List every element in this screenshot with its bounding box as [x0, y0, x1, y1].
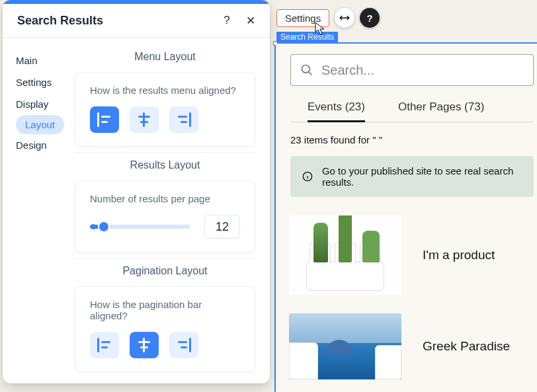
result-item[interactable]: Greek Paradise: [289, 313, 537, 379]
result-title: I'm a product: [423, 248, 495, 262]
results-tabs: Events (23) Other Pages (73): [289, 100, 537, 122]
results-layout-card: Number of results per page 12: [75, 180, 255, 253]
svg-line-1: [309, 72, 312, 75]
pagination-align-center-button[interactable]: [130, 332, 159, 358]
results-per-page-label: Number of results per page: [90, 193, 240, 204]
preview-notice-text: Go to your published site to see real se…: [322, 165, 522, 188]
panel-title: Search Results: [17, 14, 103, 28]
sidebar-item-settings[interactable]: Settings: [16, 71, 60, 93]
result-title: Greek Paradise: [423, 339, 510, 354]
panel-close-button[interactable]: ✕: [243, 13, 258, 28]
sidebar-item-design[interactable]: Design: [16, 134, 55, 156]
sidebar-item-layout[interactable]: Layout: [16, 115, 64, 134]
result-thumbnail: [289, 313, 401, 379]
results-layout-heading: Results Layout: [72, 153, 258, 180]
menu-layout-card: How is the results menu aligned?: [75, 72, 255, 147]
sidebar-item-main[interactable]: Main: [16, 50, 46, 71]
panel-header: Search Results ? ✕: [3, 4, 270, 38]
menu-layout-heading: Menu Layout: [72, 44, 258, 72]
help-icon[interactable]: ?: [360, 8, 380, 28]
results-per-page-value[interactable]: 12: [204, 215, 240, 239]
pagination-layout-heading: Pagination Layout: [72, 258, 258, 286]
info-icon: [302, 171, 313, 182]
settings-panel: Search Results ? ✕ Main Settings Display…: [3, 0, 270, 383]
result-thumbnail: [289, 216, 401, 295]
panel-sidebar: Main Settings Display Layout Design: [3, 38, 72, 383]
pagination-align-right-button[interactable]: [169, 332, 198, 358]
pagination-layout-card: How is the pagination bar aligned?: [75, 286, 255, 372]
stretch-icon[interactable]: [335, 8, 354, 28]
search-results-widget: Search... Events (23) Other Pages (73) 2…: [276, 44, 537, 392]
element-label-chip: Search Results: [276, 32, 338, 42]
results-count-text: 23 items found for " ": [290, 134, 537, 145]
sidebar-item-display[interactable]: Display: [16, 93, 56, 115]
align-right-button[interactable]: [169, 106, 198, 133]
results-per-page-slider[interactable]: [90, 219, 190, 235]
search-input-wrapper[interactable]: Search...: [290, 54, 534, 86]
align-center-button[interactable]: [130, 106, 159, 133]
search-placeholder: Search...: [321, 63, 374, 78]
svg-point-0: [302, 65, 310, 73]
tab-other-pages[interactable]: Other Pages (73): [398, 100, 484, 122]
panel-main: Menu Layout How is the results menu alig…: [72, 38, 270, 383]
settings-button[interactable]: Settings: [276, 9, 329, 27]
menu-alignment-label: How is the results menu aligned?: [90, 85, 240, 96]
panel-help-button[interactable]: ?: [220, 13, 234, 28]
result-item[interactable]: I'm a product: [289, 216, 537, 295]
align-left-button[interactable]: [90, 106, 119, 133]
search-icon: [300, 63, 313, 77]
element-toolbar: Settings ?: [276, 7, 380, 28]
pagination-alignment-label: How is the pagination bar aligned?: [90, 299, 240, 321]
preview-notice: Go to your published site to see real se…: [290, 156, 534, 197]
pagination-align-left-button[interactable]: [90, 332, 119, 358]
tab-events[interactable]: Events (23): [308, 100, 365, 122]
